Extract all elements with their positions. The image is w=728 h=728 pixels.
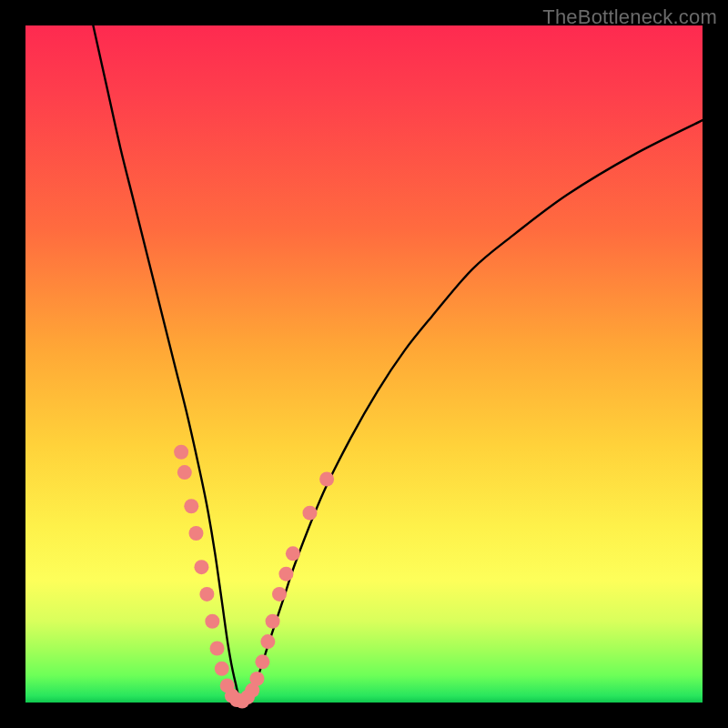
marker-point xyxy=(194,560,208,574)
plot-area xyxy=(25,25,703,703)
highlight-markers xyxy=(174,445,334,709)
marker-point xyxy=(302,506,317,521)
watermark-text: TheBottleneck.com xyxy=(542,5,717,29)
marker-point xyxy=(319,471,334,486)
marker-point xyxy=(210,641,225,655)
marker-point xyxy=(205,614,219,629)
marker-point xyxy=(199,587,214,602)
chart-frame: TheBottleneck.com xyxy=(0,0,728,728)
marker-point xyxy=(266,614,280,629)
marker-point xyxy=(272,587,287,602)
marker-point xyxy=(278,567,293,581)
marker-point xyxy=(177,465,192,480)
marker-point xyxy=(255,654,269,669)
chart-svg xyxy=(25,25,703,703)
marker-point xyxy=(215,662,229,676)
marker-point xyxy=(184,499,198,513)
marker-point xyxy=(249,672,264,686)
marker-point xyxy=(174,445,188,460)
marker-point xyxy=(260,634,275,649)
bottleneck-curve xyxy=(93,25,703,703)
marker-point xyxy=(188,526,203,541)
marker-point xyxy=(286,546,300,561)
